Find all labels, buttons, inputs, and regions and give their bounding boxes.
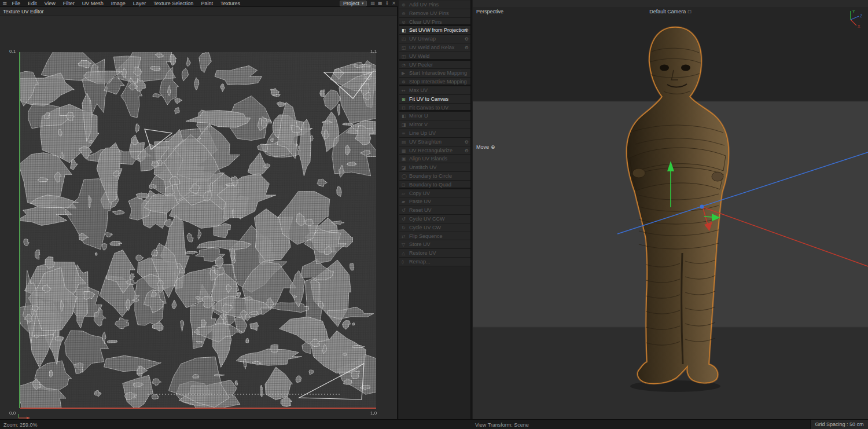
uv-command-row[interactable]: ≡ Line Up UV ⚙ — [399, 129, 470, 138]
uv-command-list: ⊕ Add UV Pins ⚙ ⊖ Remove UV Pins ⚙ ⊘ Cle… — [399, 1, 470, 266]
uv-command-icon: ◧ — [402, 26, 406, 35]
uv-command-icon: ▽ — [402, 240, 405, 249]
uv-command-label: Cycle UV CW — [409, 225, 441, 230]
uv-command-row[interactable]: ↔ Max UV ⚙ — [399, 86, 470, 95]
uv-command-row[interactable]: ↺ Cycle UV CCW ⚙ — [399, 215, 470, 223]
uv-command-row[interactable]: ⊞ Fit UV to Canvas ⚙ — [399, 95, 470, 104]
uv-command-icon: ▣ — [402, 155, 406, 163]
uv-editor-menubar: ≡ FileEditViewFilterUV MeshImageLayerTex… — [0, 0, 398, 7]
uv-command-row[interactable]: ⊟ Fit Canvas to UV ⚙ — [399, 104, 470, 112]
menu-item[interactable]: Paint — [201, 1, 213, 6]
project-dropdown[interactable]: Project ▾ — [340, 1, 367, 6]
svg-text:Y: Y — [852, 9, 855, 13]
uv-editor-menubar-right: Project ▾ ▥▦↕× — [340, 1, 396, 6]
uv-command-icon: ◊ — [402, 258, 404, 266]
uv-command-row[interactable]: ▰ Paste UV ⚙ — [399, 197, 470, 206]
viewport-view-area[interactable]: Perspective Default Camera ▢ Move ⊕ — [473, 7, 868, 419]
gear-icon[interactable]: ⚙ — [465, 146, 469, 155]
uv-map-canvas[interactable] — [20, 52, 376, 408]
uv-corner-label: 1,0 — [370, 410, 377, 416]
uv-command-label: Set UVW from Projection — [409, 27, 467, 33]
uv-command-row[interactable]: ▣ Align UV Islands ⚙ — [399, 155, 470, 163]
uv-command-icon: ⇄ — [402, 232, 406, 241]
chart-icon[interactable]: ▥ — [370, 1, 375, 6]
camera-label[interactable]: Default Camera ▢ — [649, 9, 692, 14]
svg-text:Z: Z — [860, 14, 862, 18]
v-axis-line — [19, 52, 20, 408]
layout-icon[interactable]: ▦ — [378, 1, 382, 6]
uv-command-label: Store UV — [409, 241, 431, 247]
mummy-model[interactable] — [609, 21, 736, 395]
uv-command-icon: ▶ — [402, 69, 405, 78]
uv-command-row[interactable]: ◨ Mirror V ⚙ — [399, 120, 470, 129]
uv-command-icon: ◪ — [402, 163, 406, 172]
uv-command-label: Fit UV to Canvas — [409, 96, 448, 102]
gear-icon[interactable]: ⚙ — [465, 35, 469, 43]
menu-item[interactable]: Filter — [63, 1, 75, 6]
zoom-status: Zoom: 259.0% — [3, 422, 38, 428]
gear-icon[interactable]: ⚙ — [465, 138, 469, 146]
uv-editor-menus: FileEditViewFilterUV MeshImageLayerTextu… — [12, 1, 240, 6]
uv-command-row[interactable]: ◰ UV Unwrap ⚙ — [399, 35, 470, 43]
uv-command-icon: ⊟ — [402, 104, 406, 112]
uv-command-row[interactable]: ◧ Mirror U ⚙ — [399, 112, 470, 120]
uv-command-icon: ◨ — [402, 120, 406, 129]
uv-command-icon: ⊞ — [402, 95, 406, 104]
uv-command-row[interactable]: ⊘ Clear UV Pins ⚙ — [399, 18, 470, 27]
uv-command-row[interactable]: ◪ Unstitch UV ⚙ — [399, 163, 470, 172]
float-panel-icon[interactable]: ↕ — [385, 1, 389, 6]
menu-item[interactable]: Edit — [28, 1, 37, 6]
uv-commands-panel: ⊕ Add UV Pins ⚙ ⊖ Remove UV Pins ⚙ ⊘ Cle… — [399, 0, 472, 429]
uv-command-row[interactable]: ▶ Start Interactive Mapping ⚙ — [399, 69, 470, 78]
uv-command-row[interactable]: ⊖ Remove UV Pins ⚙ — [399, 9, 470, 18]
menu-item[interactable]: View — [44, 1, 55, 6]
project-dropdown-label: Project — [343, 1, 359, 6]
uv-command-row[interactable]: ⊕ Add UV Pins ⚙ — [399, 1, 470, 9]
uv-command-row[interactable]: ⇄ Flip Sequence ⚙ — [399, 232, 470, 241]
uv-command-row[interactable]: △ Restore UV ⚙ — [399, 249, 470, 258]
uv-command-label: Boundary to Quad — [409, 182, 451, 188]
hamburger-icon[interactable]: ≡ — [2, 0, 7, 6]
uv-editor-window-icons: ▥▦↕× — [370, 1, 396, 6]
uv-command-label: UV Peeler — [409, 62, 433, 68]
uv-command-row[interactable]: ◻ Boundary to Quad ⚙ — [399, 181, 470, 189]
uv-command-label: Mirror V — [409, 122, 428, 127]
grid-spacing-status: Grid Spacing : 50 cm — [810, 420, 868, 429]
viewport-panel: Perspective Default Camera ▢ Move ⊕ — [473, 0, 868, 429]
uv-command-row[interactable]: ▽ Store UV ⚙ — [399, 240, 470, 249]
gear-icon[interactable]: ⚙ — [465, 26, 469, 35]
uv-command-row[interactable]: ◫ UV Weld ⚙ — [399, 52, 470, 61]
status-bar: Zoom: 259.0% View Transform: Scene Grid … — [0, 419, 868, 429]
uv-command-row[interactable]: ↻ Cycle UV CW ⚙ — [399, 223, 470, 232]
uv-command-row[interactable]: ◯ Boundary to Circle ⚙ — [399, 172, 470, 181]
uv-command-row[interactable]: ⊗ Stop Interactive Mapping ⚙ — [399, 78, 470, 86]
uv-command-icon: ▦ — [402, 146, 406, 155]
uv-command-icon: ◫ — [402, 52, 406, 61]
uv-command-icon: △ — [402, 249, 405, 258]
uv-command-row[interactable]: ▤ UV Straighten ⚙ — [399, 138, 470, 146]
gear-icon[interactable]: ⚙ — [465, 43, 469, 52]
menu-item[interactable]: Layer — [133, 1, 146, 6]
uv-command-row[interactable]: ◔ UV Peeler ⚙ — [399, 61, 470, 69]
menu-item[interactable]: Image — [111, 1, 126, 6]
uv-command-row[interactable]: ▱ Copy UV ⚙ — [399, 189, 470, 198]
menu-item[interactable]: Textures — [220, 1, 240, 6]
uv-command-row[interactable]: ◊ Remap... ⚙ — [399, 258, 470, 266]
uv-command-row[interactable]: ◱ UV Weld and Relax ⚙ — [399, 43, 470, 52]
uv-command-label: Align UV Islands — [409, 156, 447, 162]
uv-command-row[interactable]: ◧ Set UVW from Projection ⚙ — [399, 26, 470, 35]
uv-command-label: UV Weld — [409, 53, 429, 59]
menu-item[interactable]: File — [12, 1, 20, 6]
close-icon[interactable]: × — [392, 1, 396, 6]
uv-command-label: Mirror U — [409, 113, 428, 119]
menu-item[interactable]: Texture Selection — [153, 1, 193, 6]
camera-icon: ▢ — [687, 9, 692, 14]
uv-command-row[interactable]: ▦ UV Rectangularize ⚙ — [399, 146, 470, 155]
uv-command-icon: ◻ — [402, 181, 406, 189]
uv-command-row[interactable]: ↺ Reset UV ⚙ — [399, 206, 470, 215]
uv-command-icon: ↻ — [402, 223, 406, 232]
uv-command-label: Reset UV — [409, 207, 432, 213]
uv-command-label: Unstitch UV — [409, 164, 437, 170]
menu-item[interactable]: UV Mesh — [82, 1, 104, 6]
uv-command-icon: ↔ — [402, 86, 406, 95]
